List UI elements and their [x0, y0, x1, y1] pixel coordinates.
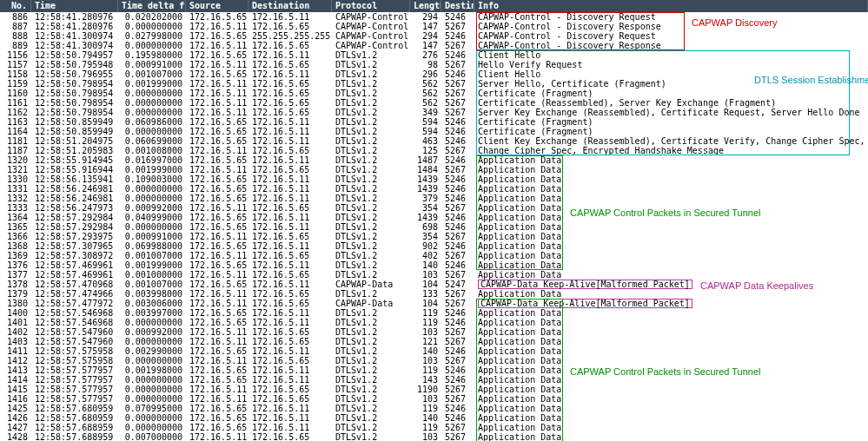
- table-row[interactable]: 140112:58:57.5469680.000000000172.16.5.6…: [0, 318, 868, 327]
- col-proto[interactable]: Protocol: [332, 0, 410, 12]
- table-row[interactable]: 140012:58:57.5469680.003997000172.16.5.6…: [0, 308, 868, 318]
- table-row[interactable]: 141612:58:57.5779570.000000000172.16.5.1…: [0, 394, 868, 404]
- cell-info: CAPWAP-Control - Discovery Response: [474, 22, 868, 31]
- packet-list[interactable]: 88612:58:41.2809760.020202000172.16.5.65…: [0, 12, 868, 441]
- table-row[interactable]: 140212:58:57.5479600.000992000172.16.5.1…: [0, 327, 868, 337]
- table-row[interactable]: 136412:58:57.2929840.040999000172.16.5.6…: [0, 213, 868, 222]
- cell-port: 5246: [441, 174, 474, 184]
- cell-delta: 0.000000000: [118, 356, 186, 365]
- table-row[interactable]: 142712:58:57.6889590.000000000172.16.5.6…: [0, 423, 868, 432]
- table-row[interactable]: 116312:58:50.8599490.060986000172.16.5.6…: [0, 117, 868, 127]
- cell-len: 1190: [410, 385, 441, 394]
- table-row[interactable]: 141312:58:57.5779570.001998000172.16.5.6…: [0, 365, 868, 375]
- cell-len: 104: [410, 299, 441, 308]
- cell-port: 5267: [441, 41, 474, 50]
- table-row[interactable]: 141112:58:57.5759580.002990000172.16.5.6…: [0, 346, 868, 356]
- cell-src: 172.16.5.11: [186, 165, 248, 174]
- table-row[interactable]: 142612:58:57.6809590.000000000172.16.5.6…: [0, 413, 868, 423]
- cell-no: 1400: [0, 308, 31, 318]
- table-row[interactable]: 118712:58:51.2059830.001008000172.16.5.1…: [0, 146, 868, 155]
- table-row[interactable]: 142812:58:57.6889590.007000000172.16.5.1…: [0, 432, 868, 441]
- cell-dst: 172.16.5.65: [248, 232, 332, 241]
- table-row[interactable]: 118112:58:51.2049750.060699000172.16.5.6…: [0, 136, 868, 146]
- table-row[interactable]: 132112:58:55.9169440.001999000172.16.5.1…: [0, 165, 868, 174]
- table-row[interactable]: 88712:58:41.2809760.000000000172.16.5.11…: [0, 22, 868, 31]
- cell-no: 1425: [0, 404, 31, 413]
- table-row[interactable]: 141512:58:57.5779570.000000000172.16.5.1…: [0, 385, 868, 394]
- cell-proto: DTLSv1.2: [332, 213, 410, 222]
- cell-delta: 0.000000000: [118, 184, 186, 194]
- cell-src: 172.16.5.11: [186, 146, 248, 155]
- table-row[interactable]: 140312:58:57.5479600.000000000172.16.5.1…: [0, 337, 868, 346]
- cell-src: 172.16.5.11: [186, 299, 248, 308]
- table-row[interactable]: 137912:58:57.4749660.003998000172.16.5.1…: [0, 289, 868, 299]
- col-no[interactable]: No.: [0, 0, 31, 12]
- cell-dst: 172.16.5.11: [248, 136, 332, 146]
- cell-proto: DTLSv1.2: [332, 385, 410, 394]
- cell-port: 5246: [441, 365, 474, 375]
- cell-delta: 0.000000000: [118, 375, 186, 385]
- cell-no: 1320: [0, 155, 31, 165]
- cell-port: 5246: [441, 136, 474, 146]
- cell-info: Application Data: [474, 365, 868, 375]
- table-row[interactable]: 115612:58:50.7949570.195980000172.16.5.6…: [0, 50, 868, 60]
- cell-info: Client Key Exchange (Reassembled), Certi…: [474, 136, 868, 146]
- cell-time: 12:58:57.577957: [31, 365, 118, 375]
- table-row[interactable]: 142512:58:57.6809590.070995000172.16.5.6…: [0, 404, 868, 413]
- cell-info: Application Data: [474, 375, 868, 385]
- cell-dst: 172.16.5.65: [248, 108, 332, 117]
- cell-src: 172.16.5.65: [186, 50, 248, 60]
- col-delta[interactable]: Time delta from p: [118, 0, 186, 12]
- cell-len: 562: [410, 98, 441, 108]
- table-row[interactable]: 136612:58:57.2939750.000991000172.16.5.1…: [0, 232, 868, 241]
- table-row[interactable]: 88812:58:41.3009740.027998000172.16.5.65…: [0, 31, 868, 41]
- table-row[interactable]: 138012:58:57.4779720.003006000172.16.5.1…: [0, 299, 868, 308]
- cell-proto: CAPWAP-Control: [332, 31, 410, 41]
- table-row[interactable]: 136812:58:57.3079650.069988000172.16.5.6…: [0, 241, 868, 251]
- cell-delta: 0.000000000: [118, 108, 186, 117]
- table-row[interactable]: 133212:58:56.2469810.000000000172.16.5.6…: [0, 194, 868, 203]
- table-row[interactable]: 141212:58:57.5759580.000000000172.16.5.1…: [0, 356, 868, 365]
- cell-time: 12:58:57.292984: [31, 213, 118, 222]
- cell-len: 296: [410, 69, 441, 79]
- cell-time: 12:58:50.859949: [31, 117, 118, 127]
- table-row[interactable]: 133312:58:56.2479730.000992000172.16.5.1…: [0, 203, 868, 213]
- table-row[interactable]: 141412:58:57.5779570.000000000172.16.5.6…: [0, 375, 868, 385]
- table-row[interactable]: 115712:58:50.7959480.000991000172.16.5.1…: [0, 60, 868, 69]
- cell-len: 133: [410, 289, 441, 299]
- cell-info: Application Data: [474, 241, 868, 251]
- cell-info: Certificate (Fragment): [474, 127, 868, 136]
- table-row[interactable]: 136912:58:57.3089720.001007000172.16.5.1…: [0, 251, 868, 260]
- table-row[interactable]: 137612:58:57.4699610.001999000172.16.5.6…: [0, 260, 868, 270]
- table-row[interactable]: 137712:58:57.4699610.001000000172.16.5.1…: [0, 270, 868, 280]
- col-dst[interactable]: Destination: [248, 0, 332, 12]
- table-row[interactable]: 115812:58:50.7969550.001007000172.16.5.6…: [0, 69, 868, 79]
- table-row[interactable]: 115912:58:50.7989540.001999000172.16.5.1…: [0, 79, 868, 89]
- col-len[interactable]: Length: [410, 0, 441, 12]
- table-row[interactable]: 116012:58:50.7989540.000000000172.16.5.1…: [0, 89, 868, 98]
- cell-info: Application Data: [474, 260, 868, 270]
- table-row[interactable]: 116212:58:50.7989540.000000000172.16.5.1…: [0, 108, 868, 117]
- cell-dst: 172.16.5.65: [248, 60, 332, 69]
- table-row[interactable]: 88612:58:41.2809760.020202000172.16.5.65…: [0, 12, 868, 22]
- col-src[interactable]: Source: [186, 0, 248, 12]
- cell-port: 5246: [441, 194, 474, 203]
- col-port[interactable]: Destination Port: [441, 0, 474, 12]
- cell-dst: 172.16.5.11: [248, 260, 332, 270]
- cell-time: 12:58:50.798954: [31, 79, 118, 89]
- cell-info: Application Data: [474, 413, 868, 423]
- table-row[interactable]: 136512:58:57.2929840.000000000172.16.5.6…: [0, 222, 868, 232]
- table-row[interactable]: 137812:58:57.4709680.001007000172.16.5.6…: [0, 280, 868, 289]
- col-info[interactable]: Info: [474, 0, 868, 12]
- table-row[interactable]: 88912:58:41.3009740.000000000172.16.5.11…: [0, 41, 868, 50]
- col-time[interactable]: Time: [31, 0, 118, 12]
- cell-no: 1161: [0, 98, 31, 108]
- cell-no: 1366: [0, 232, 31, 241]
- cell-no: 1376: [0, 260, 31, 270]
- table-row[interactable]: 133112:58:56.2469810.000000000172.16.5.6…: [0, 184, 868, 194]
- table-row[interactable]: 116412:58:50.8599490.000000000172.16.5.6…: [0, 127, 868, 136]
- cell-no: 1331: [0, 184, 31, 194]
- table-row[interactable]: 132012:58:55.9149450.016997000172.16.5.6…: [0, 155, 868, 165]
- table-row[interactable]: 116112:58:50.7989540.000000000172.16.5.1…: [0, 98, 868, 108]
- table-row[interactable]: 133012:58:56.1359410.109003000172.16.5.6…: [0, 174, 868, 184]
